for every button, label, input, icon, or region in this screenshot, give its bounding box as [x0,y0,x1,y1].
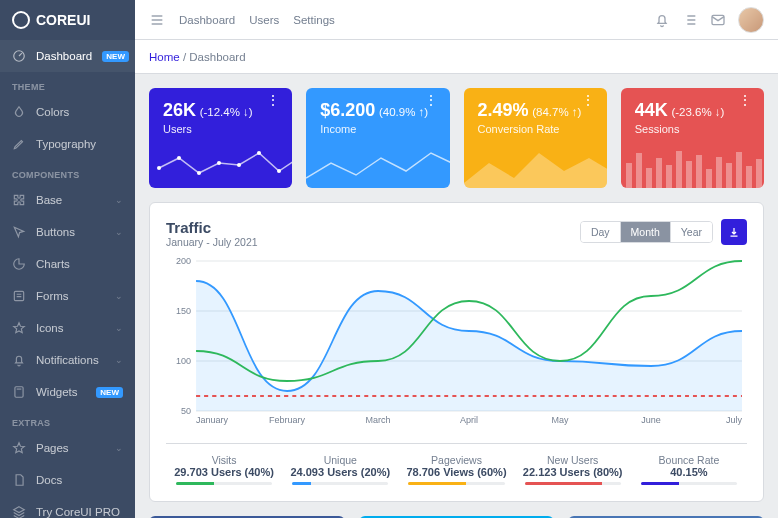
topbar-right [654,7,764,33]
main: Dashboard Users Settings Home / Dashboar… [135,0,778,518]
stat-sub: (40.9% ↑) [379,106,428,118]
svg-point-4 [157,166,161,170]
sidebar-item-label: Notifications [36,354,99,366]
svg-rect-13 [636,153,642,188]
sidebar-title-extras: EXTRAS [0,408,135,432]
sidebar-title-components: COMPONENTS [0,160,135,184]
sidebar-item-label: Typography [36,138,96,150]
svg-text:200: 200 [176,256,191,266]
metric-0: Visits29.703 Users (40%) [166,454,282,485]
metric-label: Visits [166,454,282,466]
sidebar-item-label: Charts [36,258,70,270]
stat-value: 26K [163,100,196,120]
svg-point-9 [257,151,261,155]
sidebar-item-label: Dashboard [36,50,92,62]
traffic-period: January - July 2021 [166,236,258,248]
metric-label: Unique [282,454,398,466]
period-year[interactable]: Year [671,222,712,242]
svg-rect-2 [15,387,23,398]
svg-point-10 [277,169,281,173]
sidebar-item-label: Try CoreUI PRO [36,506,120,518]
svg-point-5 [177,156,181,160]
layers-icon [12,505,26,518]
sidebar-item-label: Forms [36,290,69,302]
metric-1: Unique24.093 Users (20%) [282,454,398,485]
traffic-card: Traffic January - July 2021 Day Month Ye… [149,202,764,502]
options-icon[interactable]: ⋮ [581,98,595,104]
stat-value: $6.200 [320,100,375,120]
menu-icon[interactable] [149,12,165,28]
period-day[interactable]: Day [581,222,621,242]
breadcrumb-sep: / [180,51,190,63]
svg-rect-24 [746,166,752,188]
bell-icon [12,353,26,367]
sidebar: COREUI Dashboard NEW THEME Colors Typogr… [0,0,135,518]
svg-text:March: March [366,415,391,425]
svg-text:January: January [196,415,229,425]
sparkline [149,143,292,188]
svg-rect-25 [756,159,762,188]
sidebar-item-notifications[interactable]: Notifications⌄ [0,344,135,376]
options-icon[interactable]: ⋮ [738,98,752,104]
sidebar-item-charts[interactable]: Charts [0,248,135,280]
sidebar-item-buttons[interactable]: Buttons⌄ [0,216,135,248]
svg-rect-18 [686,161,692,188]
breadcrumb: Home / Dashboard [135,40,778,74]
chart-icon [12,257,26,271]
download-button[interactable] [721,219,747,245]
traffic-title: Traffic [166,219,258,236]
breadcrumb-home[interactable]: Home [149,51,180,63]
calculator-icon [12,385,26,399]
cursor-icon [12,225,26,239]
sparkbars [621,143,764,188]
sidebar-item-label: Base [36,194,62,206]
avatar[interactable] [738,7,764,33]
content: ⋮ 26K (-12.4% ↓) Users ⋮ $6.200 (40.9% ↑… [135,74,778,518]
sidebar-item-label: Docs [36,474,62,486]
topnav-settings[interactable]: Settings [293,14,335,26]
list-icon[interactable] [682,12,698,28]
metric-bar [176,482,272,485]
options-icon[interactable]: ⋮ [424,98,438,104]
period-toggle: Day Month Year [580,221,713,243]
stat-label: Income [320,123,435,135]
sidebar-item-pages[interactable]: Pages⌄ [0,432,135,464]
period-month[interactable]: Month [621,222,671,242]
sidebar-item-icons[interactable]: Icons⌄ [0,312,135,344]
sidebar-item-docs[interactable]: Docs [0,464,135,496]
stat-value: 2.49% [478,100,529,120]
chevron-down-icon: ⌄ [115,291,123,301]
svg-rect-16 [666,165,672,188]
drop-icon [12,105,26,119]
stat-sub: (-12.4% ↓) [200,106,253,118]
sparkline [306,143,449,188]
metric-value: 78.706 Views (60%) [398,466,514,478]
chevron-down-icon: ⌄ [115,443,123,453]
puzzle-icon [12,193,26,207]
sidebar-item-typography[interactable]: Typography [0,128,135,160]
svg-point-8 [237,163,241,167]
metric-label: Pageviews [398,454,514,466]
envelope-icon[interactable] [710,12,726,28]
topnav-dashboard[interactable]: Dashboard [179,14,235,26]
sidebar-item-forms[interactable]: Forms⌄ [0,280,135,312]
sidebar-item-base[interactable]: Base⌄ [0,184,135,216]
metric-2: Pageviews78.706 Views (60%) [398,454,514,485]
svg-point-7 [217,161,221,165]
bell-icon[interactable] [654,12,670,28]
metric-bar [408,482,504,485]
svg-text:May: May [551,415,569,425]
traffic-head: Traffic January - July 2021 Day Month Ye… [166,219,747,248]
options-icon[interactable]: ⋮ [266,98,280,104]
badge-new: NEW [96,387,123,398]
sidebar-item-pro[interactable]: Try CoreUI PRO [0,496,135,518]
sidebar-item-label: Colors [36,106,69,118]
sidebar-item-widgets[interactable]: Widgets NEW [0,376,135,408]
sidebar-item-dashboard[interactable]: Dashboard NEW [0,40,135,72]
topnav-users[interactable]: Users [249,14,279,26]
sidebar-item-colors[interactable]: Colors [0,96,135,128]
metric-bar [292,482,388,485]
svg-rect-22 [726,163,732,188]
metric-label: New Users [515,454,631,466]
sidebar-item-label: Icons [36,322,64,334]
